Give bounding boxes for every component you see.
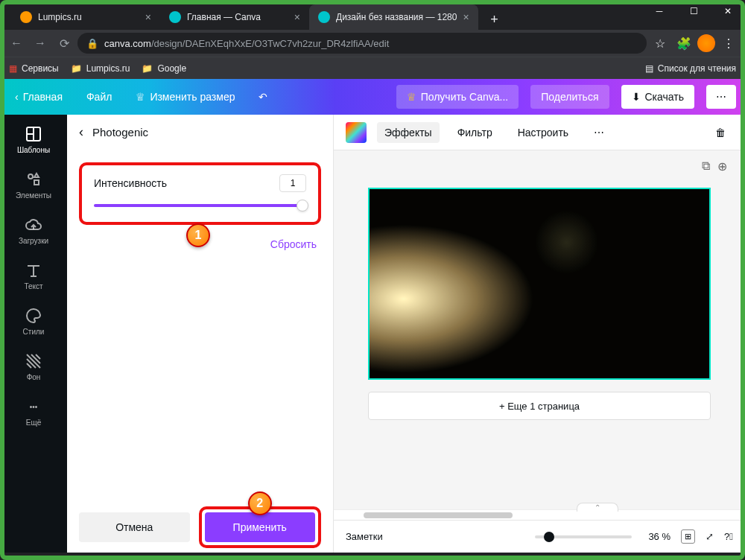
bookmark-label: Сервисы <box>22 63 59 74</box>
download-button[interactable]: ⬇ Скачать <box>621 85 695 109</box>
cloud-upload-icon <box>25 216 42 234</box>
palette-icon <box>25 307 42 325</box>
zoom-slider[interactable] <box>535 535 632 538</box>
share-button[interactable]: Поделиться <box>530 85 609 109</box>
cancel-button[interactable]: Отмена <box>79 512 190 542</box>
canvas-image <box>370 189 709 378</box>
tab-close-icon[interactable]: × <box>294 11 300 23</box>
horizontal-scrollbar[interactable]: ⌃ <box>334 509 745 520</box>
effects-button[interactable]: Эффекты <box>377 122 440 143</box>
rail-text[interactable]: Текст <box>0 254 67 298</box>
reload-button[interactable]: ⟳ <box>54 33 74 54</box>
home-label: Главная <box>23 91 63 103</box>
minimize-button[interactable]: ─ <box>642 0 676 22</box>
home-button[interactable]: ‹ Главная <box>9 86 69 107</box>
rail-styles[interactable]: Стили <box>0 299 67 343</box>
intensity-label: Интенсивность <box>94 177 167 189</box>
back-button[interactable]: ← <box>6 33 27 54</box>
tab-title: Дизайн без названия — 1280 <box>336 12 457 22</box>
rail-background[interactable]: Фон <box>0 345 67 389</box>
undo-button[interactable]: ↶ <box>253 86 273 107</box>
scrollbar-thumb[interactable] <box>364 512 513 518</box>
svg-rect-4 <box>34 180 39 185</box>
new-tab-button[interactable]: + <box>484 9 505 30</box>
adjust-button[interactable]: Настроить <box>510 122 576 143</box>
intensity-value-input[interactable]: 1 <box>279 174 306 192</box>
tab-close-icon[interactable]: × <box>145 11 151 23</box>
intensity-highlight-box: Интенсивность 1 <box>79 162 321 225</box>
address-bar: ← → ⟳ 🔒 canva.com/design/DAEnXEqhXxE/O3T… <box>0 30 745 57</box>
canva-header: ‹ Главная Файл ♕ Изменить размер ↶ ♕ Пол… <box>0 79 745 115</box>
apps-icon: ▦ <box>9 63 17 74</box>
fullscreen-icon[interactable]: ⤢ <box>706 531 714 542</box>
forward-button[interactable]: → <box>30 33 51 54</box>
extension-icon[interactable]: 🧩 <box>673 33 694 54</box>
lock-icon: 🔒 <box>86 38 98 49</box>
resize-label: Изменить размер <box>150 91 235 103</box>
slider-thumb[interactable] <box>297 200 308 211</box>
toolbar-more-button[interactable]: ⋯ <box>586 122 612 143</box>
notes-button[interactable]: Заметки <box>346 531 383 542</box>
delete-button[interactable]: 🗑 <box>708 122 733 143</box>
folder-icon: 📁 <box>142 63 153 74</box>
rail-label: Стили <box>23 328 45 336</box>
url-input[interactable]: 🔒 canva.com/design/DAEnXEqhXxE/O3TwC7vh2… <box>77 33 647 54</box>
tab-favicon-icon <box>318 11 330 23</box>
filter-button[interactable]: Фильтр <box>450 122 500 143</box>
crown-icon: ♕ <box>407 91 416 103</box>
step-2-badge: 2 <box>248 491 272 515</box>
url-path: /design/DAEnXEqhXxE/O3TwC7vh2zur_DR4zlfi… <box>151 38 389 49</box>
svg-point-3 <box>28 174 33 179</box>
file-menu[interactable]: Файл <box>80 86 118 107</box>
resize-button[interactable]: ♕ Изменить размер <box>130 86 241 107</box>
rail-label: Текст <box>24 282 42 290</box>
bookmarks-bar: ▦ Сервисы 📁 Lumpics.ru 📁 Google ▤ Список… <box>0 57 745 79</box>
bookmark-google[interactable]: 📁 Google <box>142 63 186 74</box>
close-window-button[interactable]: ✕ <box>711 0 745 22</box>
tab-close-icon[interactable]: × <box>463 11 469 23</box>
add-page-icon[interactable]: ⊕ <box>717 159 727 174</box>
rail-templates[interactable]: Шаблоны <box>0 118 67 162</box>
browser-tab-3[interactable]: Дизайн без названия — 1280 × <box>309 4 478 30</box>
undo-icon: ↶ <box>259 91 267 103</box>
side-panel: ‹ Photogenic Интенсивность 1 1 Сбросить … <box>67 115 334 553</box>
page-drawer-tab[interactable]: ⌃ <box>577 503 618 512</box>
apply-button[interactable]: Применить <box>205 512 316 542</box>
chevron-left-icon: ‹ <box>15 91 19 103</box>
browser-tab-2[interactable]: Главная — Canva × <box>160 4 309 30</box>
chevron-left-icon[interactable]: ‹ <box>79 124 83 140</box>
download-icon: ⬇ <box>632 91 641 103</box>
maximize-button[interactable]: ☐ <box>676 0 711 22</box>
more-button[interactable]: ⋯ <box>706 85 736 109</box>
rail-label: Фон <box>27 373 41 381</box>
menu-icon[interactable]: ⋮ <box>718 33 739 54</box>
grid-view-icon[interactable]: ⊞ <box>681 529 695 544</box>
panel-footer: Отмена Применить 2 <box>67 502 333 553</box>
help-icon[interactable]: ?⃝ <box>724 531 733 542</box>
rail-label: Шаблоны <box>17 146 50 154</box>
text-icon <box>25 261 42 279</box>
step-1-badge: 1 <box>186 223 210 247</box>
browser-tab-1[interactable]: Lumpics.ru × <box>11 4 160 30</box>
bookmark-services[interactable]: ▦ Сервисы <box>9 63 59 74</box>
intensity-slider[interactable] <box>94 204 306 207</box>
get-pro-button[interactable]: ♕ Получить Canva... <box>396 85 519 109</box>
list-icon: ▤ <box>645 63 653 74</box>
star-icon[interactable]: ☆ <box>650 33 670 54</box>
editor-area: Эффекты Фильтр Настроить ⋯ 🗑 ⧉ ⊕ + Еще 1… <box>334 115 745 553</box>
design-canvas[interactable] <box>368 188 711 380</box>
folder-icon: 📁 <box>71 63 82 74</box>
rail-uploads[interactable]: Загрузки <box>0 209 67 252</box>
rail-more[interactable]: ••• Ещё <box>0 390 67 434</box>
add-page-button[interactable]: + Еще 1 страница <box>368 392 711 420</box>
profile-avatar[interactable] <box>697 34 715 52</box>
duplicate-page-icon[interactable]: ⧉ <box>702 159 710 174</box>
reading-list-button[interactable]: ▤ Список для чтения <box>645 63 736 74</box>
rail-elements[interactable]: Элементы <box>0 163 67 207</box>
bookmark-lumpics[interactable]: 📁 Lumpics.ru <box>71 63 130 74</box>
zoom-thumb[interactable] <box>544 532 554 542</box>
pro-label: Получить Canva... <box>421 91 509 103</box>
apply-highlight-box: Применить 2 <box>199 506 322 548</box>
tab-title: Главная — Canva <box>187 12 288 22</box>
color-picker-button[interactable] <box>346 122 367 143</box>
